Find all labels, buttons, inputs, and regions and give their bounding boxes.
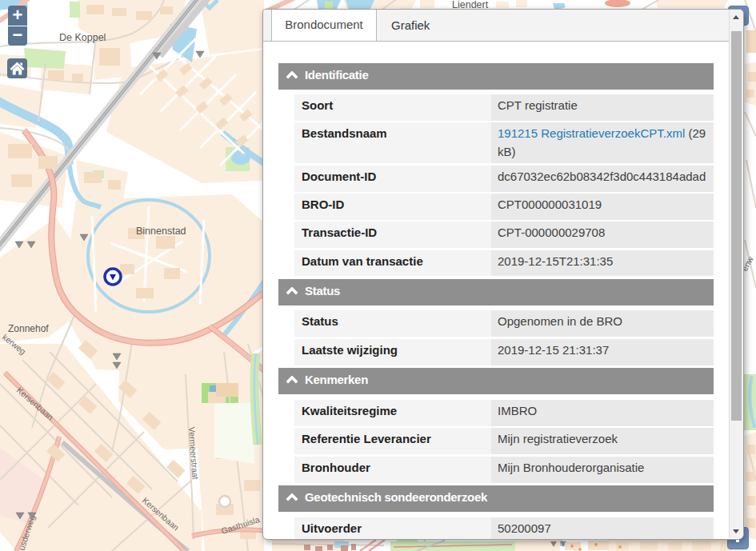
svg-text:Binnenstad: Binnenstad <box>136 226 186 237</box>
svg-text:Zonnehof: Zonnehof <box>8 323 49 334</box>
svg-text:De Koppel: De Koppel <box>59 32 106 43</box>
